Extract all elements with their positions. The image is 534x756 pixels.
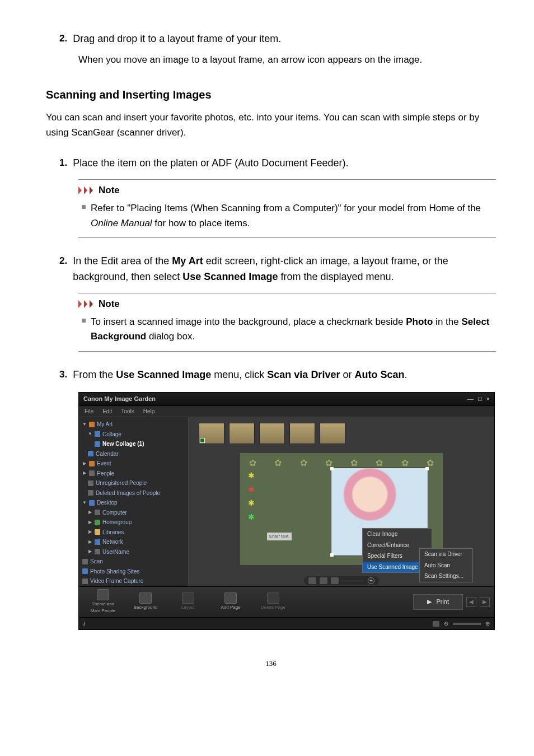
delete-page-icon — [267, 592, 279, 604]
sidebar-item-scan[interactable]: Scan — [81, 557, 186, 567]
btn-background[interactable]: Background — [126, 592, 165, 611]
btn-theme-people[interactable]: Theme and Main People — [83, 589, 123, 615]
note-box: Note To insert a scanned image into the … — [78, 293, 496, 352]
step-number: 2. — [59, 254, 67, 285]
bullet-icon — [82, 205, 86, 209]
window-title: Canon My Image Garden — [83, 394, 156, 404]
sidebar-item-collage[interactable]: ▼Collage — [81, 430, 186, 440]
btn-delete-page: Delete Page — [254, 592, 293, 611]
trash-icon[interactable] — [331, 577, 339, 584]
note-em: Online Manual — [91, 218, 152, 228]
sidebar-item-download-premium[interactable]: Download PREMIUM Contents — [81, 586, 186, 587]
close-icon[interactable]: × — [486, 394, 490, 404]
zoom-slider[interactable] — [453, 623, 481, 625]
section-heading: Scanning and Inserting Images — [46, 86, 496, 104]
palette-icon — [89, 422, 95, 427]
submenu-auto-scan[interactable]: Auto Scan — [420, 560, 472, 571]
sharing-icon — [82, 568, 88, 574]
sidebar: ▼My Art ▼Collage New Collage (1) Calenda… — [79, 417, 189, 586]
add-icon[interactable]: + — [368, 577, 374, 584]
sidebar-item-network[interactable]: ▶Network — [81, 537, 186, 547]
note-box: Note Refer to "Placing Items (When Scann… — [78, 179, 496, 238]
note-body: Refer to "Placing Items (When Scanning f… — [78, 200, 496, 232]
maximize-icon[interactable]: □ — [478, 394, 482, 404]
slider-plus-icon[interactable]: ⊕ — [485, 619, 490, 628]
menu-help[interactable]: Help — [143, 407, 155, 416]
sidebar-item-homegroup[interactable]: ▶Homegroup — [81, 517, 186, 528]
menu-file[interactable]: File — [85, 407, 93, 416]
note-chevron-icon — [78, 186, 95, 194]
sidebar-item-libraries[interactable]: ▶Libraries — [81, 528, 186, 538]
video-icon — [82, 578, 88, 584]
btn-add-page[interactable]: Add Page — [211, 592, 250, 611]
menu-tools[interactable]: Tools — [121, 407, 134, 416]
thumbnail[interactable] — [259, 423, 285, 444]
status-info-icon[interactable]: i — [83, 619, 85, 628]
btn-layout: Layout — [168, 592, 208, 611]
menubar: File Edit Tools Help — [79, 406, 494, 418]
step-subtext: When you move an image to a layout frame… — [78, 53, 496, 67]
sidebar-item-calendar[interactable]: Calendar — [81, 449, 186, 459]
slider-minus-icon[interactable]: ⊖ — [444, 619, 448, 628]
submenu-scan-via-driver[interactable]: Scan via Driver — [420, 549, 472, 560]
app-window: Canon My Image Garden — □ × File Edit To… — [78, 392, 495, 631]
menu-edit[interactable]: Edit — [102, 407, 112, 416]
network-icon — [95, 539, 100, 545]
thumbnail[interactable] — [199, 423, 224, 444]
submenu-scan-settings[interactable]: Scan Settings... — [420, 571, 472, 582]
step-number: 2. — [59, 31, 67, 47]
step-text: From the Use Scanned Image menu, click S… — [73, 367, 407, 383]
folder-icon — [95, 529, 100, 535]
user-icon — [95, 549, 100, 554]
checkmark-icon — [200, 438, 205, 443]
note-label: Note — [99, 297, 120, 311]
calendar-icon — [88, 451, 93, 456]
svg-marker-3 — [78, 300, 82, 308]
thumbnail[interactable] — [320, 423, 345, 444]
btn-prev[interactable]: ◀ — [466, 597, 476, 607]
minimize-icon[interactable]: — — [467, 394, 474, 404]
context-submenu: Scan via Driver Auto Scan Scan Settings.… — [419, 548, 473, 582]
event-icon — [89, 461, 95, 466]
btn-next[interactable]: ▶ — [480, 597, 490, 607]
sidebar-item-unregistered[interactable]: Unregistered People — [81, 478, 186, 488]
add-page-icon — [224, 592, 237, 604]
step-number: 3. — [59, 367, 67, 383]
sidebar-item-myart[interactable]: ▼My Art — [81, 419, 186, 430]
svg-marker-4 — [84, 300, 87, 308]
rotate-left-icon[interactable] — [308, 577, 316, 584]
bottom-toolbar: Theme and Main People Background Layout … — [79, 586, 494, 617]
section-intro: You can scan and insert your favorite ph… — [46, 110, 496, 140]
sidebar-item-event[interactable]: ▶Event — [81, 459, 186, 469]
sidebar-item-desktop[interactable]: ▼Desktop — [81, 498, 186, 508]
collage-icon — [95, 441, 100, 447]
view-icon[interactable] — [433, 621, 439, 627]
editor-main: ✿✿✿✿✿✿✿✿ ✱✱✱✱ Enter text. Clear Image Co… — [189, 417, 494, 586]
computer-icon — [95, 510, 100, 515]
sidebar-item-new-collage[interactable]: New Collage (1) — [81, 439, 186, 449]
thumbnail[interactable] — [289, 423, 315, 444]
sidebar-item-computer[interactable]: ▶Computer — [81, 508, 186, 518]
step-text: Drag and drop it to a layout frame of yo… — [73, 31, 281, 47]
people-icon — [88, 480, 93, 486]
statusbar: i ⊖ ⊕ — [79, 617, 494, 630]
sidebar-item-people[interactable]: ▶People — [81, 469, 186, 479]
svg-marker-2 — [90, 186, 93, 194]
sidebar-item-deleted[interactable]: Deleted Images of People — [81, 488, 186, 498]
text-placeholder[interactable]: Enter text. — [267, 533, 292, 540]
ctx-clear-image[interactable]: Clear Image — [363, 529, 432, 540]
note-text: Refer to "Placing Items (When Scanning f… — [91, 203, 481, 213]
sidebar-item-username[interactable]: ▶UserName — [81, 547, 186, 557]
bullet-icon — [82, 319, 86, 323]
canvas-toolbar: + — [304, 576, 379, 585]
svg-marker-0 — [78, 186, 82, 194]
sidebar-item-photo-sharing[interactable]: Photo Sharing Sites — [81, 567, 186, 577]
scan-icon — [82, 559, 88, 564]
play-icon: ▶ — [427, 597, 432, 606]
canvas-decor-stars: ✱✱✱✱ — [248, 470, 255, 524]
sidebar-item-video-frame[interactable]: Video Frame Capture — [81, 576, 186, 586]
layout-icon — [182, 592, 194, 604]
btn-print[interactable]: ▶Print — [413, 594, 463, 609]
thumbnail[interactable] — [229, 423, 255, 444]
rotate-right-icon[interactable] — [320, 577, 327, 584]
